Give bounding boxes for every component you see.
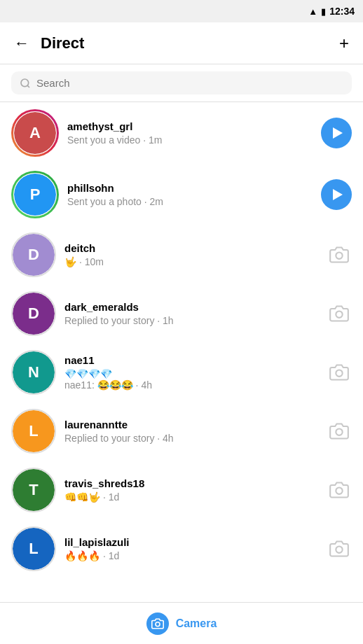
message-preview: Replied to your story · 4h (64, 433, 318, 444)
message-content: amethyst_grl Sent you a video · 1m (67, 120, 313, 146)
list-item[interactable]: L lil_lapislazuli 🔥🔥🔥 · 1d (0, 519, 363, 578)
camera-outline-icon (329, 304, 349, 323)
message-list: A amethyst_grl Sent you a video · 1m P (0, 102, 363, 578)
camera-label: Camera (176, 617, 217, 630)
svg-point-8 (156, 622, 160, 626)
signal-icon: ▲ (308, 6, 317, 17)
search-input[interactable] (36, 77, 343, 89)
message-username: travis_shreds18 (64, 477, 318, 489)
list-item[interactable]: T travis_shreds18 👊👊🤟 · 1d (0, 461, 363, 519)
camera-outline-icon (329, 421, 349, 441)
message-content: deitch 🤟 · 10m (64, 242, 318, 267)
svg-point-4 (336, 370, 342, 377)
camera-outline-icon (329, 245, 349, 265)
message-preview: Sent you a photo · 2m (67, 196, 313, 207)
camera-button[interactable] (146, 612, 169, 635)
page-title: Direct (41, 34, 336, 52)
play-button[interactable] (321, 179, 352, 210)
list-item[interactable]: N nae11 💎💎💎💎 nae11: 😂😂😂 · 4h (0, 343, 363, 402)
message-preview-line1: 💎💎💎💎 (64, 368, 318, 379)
camera-action-button[interactable] (327, 301, 352, 326)
status-time: 12:34 (329, 6, 355, 17)
battery-icon: ▮ (321, 6, 326, 17)
camera-outline-icon (329, 480, 349, 500)
message-username: lil_lapislazuli (64, 536, 318, 548)
play-icon (333, 189, 343, 200)
message-content: nae11 💎💎💎💎 nae11: 😂😂😂 · 4h (64, 354, 318, 391)
svg-point-2 (336, 253, 342, 259)
bottom-bar: Camera (0, 602, 363, 644)
message-preview-line2: nae11: 😂😂😂 · 4h (64, 379, 318, 391)
message-username: phillsohn (67, 182, 313, 194)
camera-outline-icon (329, 363, 349, 382)
avatar: L (11, 409, 56, 454)
search-bar (11, 71, 352, 94)
message-preview: 🤟 · 10m (64, 256, 318, 267)
camera-action-button[interactable] (327, 477, 352, 503)
avatar: L (11, 526, 56, 571)
message-username: deitch (64, 242, 318, 254)
message-content: lil_lapislazuli 🔥🔥🔥 · 1d (64, 536, 318, 561)
svg-point-3 (336, 312, 342, 318)
status-icons: ▲ ▮ 12:34 (308, 6, 355, 17)
list-item[interactable]: D dark_emeralds Replied to your story · … (0, 284, 363, 343)
message-preview: 🔥🔥🔥 · 1d (64, 550, 318, 561)
message-content: travis_shreds18 👊👊🤟 · 1d (64, 477, 318, 503)
avatar: D (11, 232, 56, 277)
message-preview: 👊👊🤟 · 1d (64, 491, 318, 503)
camera-action-button[interactable] (327, 242, 352, 267)
message-content: phillsohn Sent you a photo · 2m (67, 182, 313, 207)
list-item[interactable]: D deitch 🤟 · 10m (0, 225, 363, 284)
play-icon (333, 127, 343, 139)
list-item[interactable]: A amethyst_grl Sent you a video · 1m (0, 102, 363, 164)
search-icon (20, 78, 31, 89)
search-container (0, 64, 363, 102)
avatar: N (11, 350, 56, 395)
message-content: laurenanntte Replied to your story · 4h (64, 419, 318, 444)
list-item[interactable]: L laurenanntte Replied to your story · 4… (0, 402, 363, 461)
message-username: amethyst_grl (67, 120, 313, 132)
svg-point-7 (336, 547, 342, 553)
list-item[interactable]: P phillsohn Sent you a photo · 2m (0, 164, 363, 225)
back-button[interactable]: ← (11, 31, 32, 55)
camera-outline-icon (329, 539, 349, 559)
avatar: A (11, 109, 59, 157)
header: ← Direct + (0, 22, 363, 64)
message-username: nae11 (64, 354, 318, 366)
message-content: dark_emeralds Replied to your story · 1h (64, 301, 318, 326)
svg-point-6 (336, 488, 342, 494)
avatar: T (11, 468, 56, 512)
status-bar: ▲ ▮ 12:34 (0, 0, 363, 22)
avatar: D (11, 291, 56, 336)
camera-action-button[interactable] (327, 536, 352, 561)
play-button[interactable] (321, 118, 352, 148)
camera-action-button[interactable] (327, 360, 352, 385)
svg-line-1 (27, 85, 29, 88)
message-username: laurenanntte (64, 419, 318, 430)
camera-icon (151, 617, 164, 630)
message-preview: Sent you a video · 1m (67, 134, 313, 146)
message-preview: Replied to your story · 1h (64, 315, 318, 326)
message-username: dark_emeralds (64, 301, 318, 313)
avatar: P (11, 171, 59, 218)
camera-action-button[interactable] (327, 419, 352, 444)
svg-point-5 (336, 429, 342, 435)
new-message-button[interactable]: + (336, 31, 352, 56)
svg-point-0 (21, 79, 29, 87)
